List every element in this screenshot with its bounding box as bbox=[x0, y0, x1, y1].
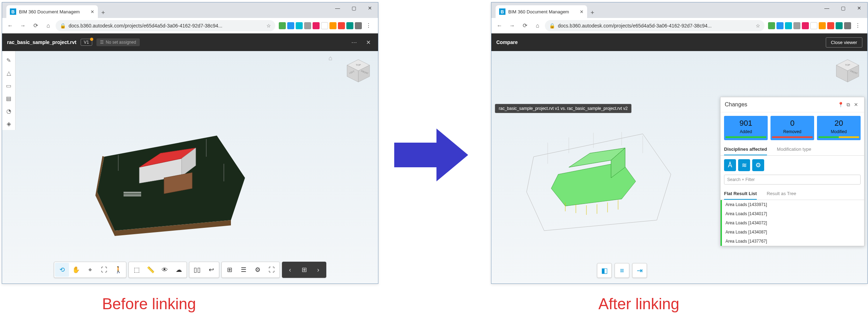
result-item[interactable]: Area Loads [1433971] bbox=[721, 200, 864, 209]
browser-tab[interactable]: B BIM 360 Document Managem ✕ bbox=[6, 5, 98, 18]
reload-button[interactable]: ⟳ bbox=[520, 20, 530, 31]
browser-tab[interactable]: B BIM 360 Document Managem ✕ bbox=[496, 5, 587, 18]
stat-added[interactable]: 901 Added bbox=[724, 116, 768, 140]
extension-icon[interactable] bbox=[802, 22, 809, 29]
viewport-3d[interactable]: ✎ △ ▭ ▤ ◔ ◈ ⌂ TOP LEFT FRONT bbox=[2, 51, 378, 284]
box-tool[interactable]: ⬚ bbox=[130, 263, 144, 277]
extension-icon[interactable] bbox=[810, 22, 817, 29]
popout-icon[interactable]: ⧉ bbox=[844, 101, 852, 108]
extension-icon[interactable] bbox=[793, 22, 800, 29]
markup-tool-button[interactable]: ✎ bbox=[2, 54, 15, 67]
star-icon[interactable]: ☆ bbox=[756, 23, 760, 29]
extension-icon[interactable] bbox=[844, 22, 851, 29]
back-button[interactable]: ← bbox=[5, 20, 15, 31]
browser-menu-button[interactable]: ⋮ bbox=[853, 20, 863, 31]
fit-tool[interactable]: ⛶ bbox=[97, 263, 111, 277]
extension-icon[interactable] bbox=[836, 22, 843, 29]
history-tool-button[interactable]: ◔ bbox=[2, 105, 15, 117]
tab-flat-list[interactable]: Flat Result List bbox=[724, 188, 757, 200]
url-bar[interactable]: 🔒 docs.b360.autodesk.com/projects/e65d4a… bbox=[56, 20, 275, 31]
result-item[interactable]: Area Loads [1434072] bbox=[721, 218, 864, 228]
extension-icon[interactable] bbox=[313, 22, 320, 29]
close-icon[interactable]: ✕ bbox=[852, 101, 860, 108]
reload-button[interactable]: ⟳ bbox=[30, 20, 41, 31]
result-item[interactable]: Area Loads [1437767] bbox=[721, 237, 864, 246]
extension-icon[interactable] bbox=[304, 22, 311, 29]
new-tab-button[interactable]: + bbox=[587, 7, 598, 18]
extension-icon[interactable] bbox=[355, 22, 362, 29]
close-icon[interactable]: ✕ bbox=[90, 9, 94, 14]
home-button[interactable]: ⌂ bbox=[43, 20, 54, 31]
walk-tool[interactable]: 🚶 bbox=[111, 263, 125, 277]
rfi-tool-button[interactable]: ▭ bbox=[2, 79, 15, 92]
extension-icon[interactable] bbox=[329, 22, 336, 29]
viewcube[interactable]: TOP LEFT FRONT bbox=[344, 57, 372, 85]
zoom-tool[interactable]: ⌖ bbox=[83, 263, 97, 277]
levels-tool-button[interactable]: ◈ bbox=[2, 117, 15, 130]
discipline-architecture-icon[interactable]: Å bbox=[724, 159, 736, 171]
compare-split-button[interactable]: ◧ bbox=[597, 263, 612, 278]
star-icon[interactable]: ☆ bbox=[266, 23, 271, 29]
model-browser-tool[interactable]: ⊞ bbox=[222, 263, 237, 277]
search-filter-input[interactable]: Search + Filter bbox=[724, 175, 861, 185]
minimize-button[interactable]: — bbox=[819, 2, 835, 14]
set-selector[interactable]: ☰ No set assigned bbox=[96, 38, 140, 46]
fullscreen-tool[interactable]: ⛶ bbox=[265, 263, 279, 277]
issues-tool-button[interactable]: △ bbox=[2, 67, 15, 79]
viewcube[interactable]: TOP FRONT bbox=[834, 57, 862, 85]
compare-exit-button[interactable]: ⇥ bbox=[632, 263, 647, 278]
stat-modified[interactable]: 20 Modified bbox=[817, 116, 861, 140]
measure-tool[interactable]: 📏 bbox=[144, 263, 158, 277]
result-item[interactable]: Area Loads [1434087] bbox=[721, 228, 864, 237]
forward-button[interactable]: → bbox=[507, 20, 517, 31]
browser-menu-button[interactable]: ⋮ bbox=[363, 20, 374, 31]
section-tool[interactable]: 👁 bbox=[158, 263, 172, 277]
settings-tool[interactable]: ⚙ bbox=[251, 263, 265, 277]
close-icon[interactable]: ✕ bbox=[580, 9, 584, 14]
maximize-button[interactable]: ▢ bbox=[835, 2, 851, 14]
home-button[interactable]: ⌂ bbox=[532, 20, 543, 31]
undo-tool[interactable]: ↩ bbox=[204, 263, 218, 277]
close-window-button[interactable]: ✕ bbox=[851, 2, 867, 14]
extension-icon[interactable] bbox=[287, 22, 294, 29]
extension-icon[interactable] bbox=[785, 22, 792, 29]
extension-icon[interactable] bbox=[819, 22, 826, 29]
forward-button[interactable]: → bbox=[18, 20, 28, 31]
extension-icon[interactable] bbox=[768, 22, 775, 29]
extension-icon[interactable] bbox=[346, 22, 353, 29]
url-bar[interactable]: 🔒 docs.b360.autodesk.com/projects/e65d4a… bbox=[545, 20, 765, 31]
home-view-icon[interactable]: ⌂ bbox=[328, 55, 332, 62]
viewport-3d-compare[interactable]: rac_basic_sample_project.rvt v1 vs. rac_… bbox=[491, 51, 867, 284]
maximize-button[interactable]: ▢ bbox=[346, 2, 362, 14]
close-window-button[interactable]: ✕ bbox=[362, 2, 378, 14]
extension-icon[interactable] bbox=[279, 22, 286, 29]
prev-view[interactable]: ‹ bbox=[283, 263, 297, 277]
extension-icon[interactable] bbox=[827, 22, 834, 29]
extension-icon[interactable] bbox=[776, 22, 784, 29]
minimize-button[interactable]: — bbox=[329, 2, 346, 14]
extension-icon[interactable] bbox=[321, 22, 328, 29]
pan-tool[interactable]: ✋ bbox=[69, 263, 83, 277]
compare-overlay-button[interactable]: ≡ bbox=[615, 263, 629, 278]
discipline-mep-icon[interactable]: ⚙ bbox=[752, 159, 764, 171]
properties-tool[interactable]: ☰ bbox=[237, 263, 251, 277]
sheets-tool-button[interactable]: ▤ bbox=[2, 92, 15, 105]
orbit-tool[interactable]: ⟲ bbox=[55, 263, 69, 277]
close-viewer-button[interactable]: Close viewer bbox=[826, 37, 862, 48]
more-menu-button[interactable]: ⋯ bbox=[349, 37, 359, 47]
extension-icon[interactable] bbox=[296, 22, 303, 29]
next-view[interactable]: › bbox=[311, 263, 325, 277]
extension-icon[interactable] bbox=[338, 22, 345, 29]
version-badge[interactable]: V1 bbox=[81, 39, 92, 46]
pin-icon[interactable]: 📍 bbox=[837, 101, 844, 108]
tab-disciplines[interactable]: Disciplines affected bbox=[724, 144, 767, 155]
discipline-structural-icon[interactable]: ≋ bbox=[738, 159, 750, 171]
new-tab-button[interactable]: + bbox=[98, 7, 108, 18]
grid-view[interactable]: ⊞ bbox=[297, 263, 311, 277]
tab-tree[interactable]: Result as Tree bbox=[767, 188, 796, 200]
close-viewer-button[interactable]: ✕ bbox=[363, 37, 373, 47]
back-button[interactable]: ← bbox=[494, 20, 505, 31]
sheet-tool[interactable]: ▯▯ bbox=[190, 263, 204, 277]
explode-tool[interactable]: ☁ bbox=[172, 263, 186, 277]
tab-modification-type[interactable]: Modification type bbox=[777, 144, 811, 155]
